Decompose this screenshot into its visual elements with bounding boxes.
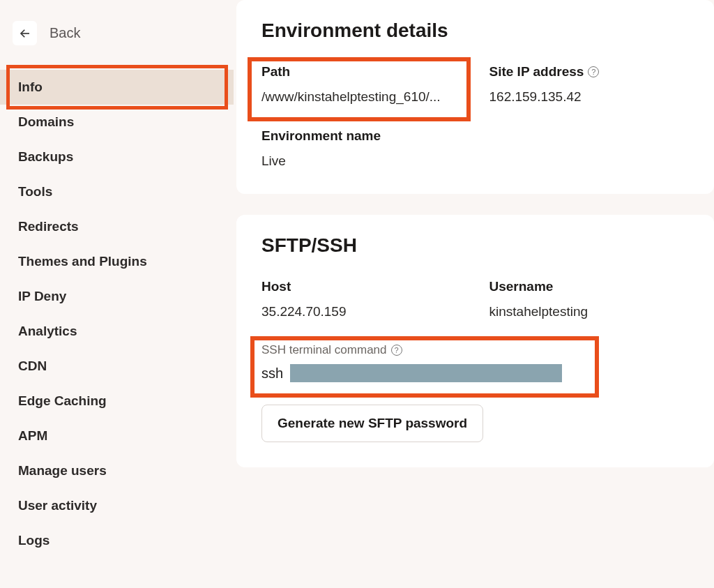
sidebar-item-domains[interactable]: Domains bbox=[0, 105, 234, 140]
sidebar-item-analytics[interactable]: Analytics bbox=[0, 314, 234, 349]
ip-label: Site IP address ? bbox=[489, 64, 690, 80]
username-label: Username bbox=[489, 279, 690, 294]
sidebar-item-label: User activity bbox=[18, 498, 97, 513]
env-row-1: Path /www/kinstahelptesting_610/... Site… bbox=[261, 64, 689, 105]
sidebar-item-tools[interactable]: Tools bbox=[0, 174, 234, 209]
sidebar-item-label: Edge Caching bbox=[18, 393, 107, 408]
sidebar-item-apm[interactable]: APM bbox=[0, 419, 234, 453]
sidebar-item-ip-deny[interactable]: IP Deny bbox=[0, 279, 234, 314]
ip-value: 162.159.135.42 bbox=[489, 89, 690, 105]
host-field: Host 35.224.70.159 bbox=[261, 279, 462, 319]
ssh-label-text: SSH terminal command bbox=[261, 343, 387, 357]
host-value: 35.224.70.159 bbox=[261, 304, 462, 319]
sidebar-item-label: Domains bbox=[18, 114, 74, 129]
username-value: kinstahelptesting bbox=[489, 304, 690, 319]
sidebar-item-label: Tools bbox=[18, 184, 52, 199]
main-content: Environment details Path /www/kinstahelp… bbox=[234, 0, 714, 588]
sidebar-item-label: IP Deny bbox=[18, 289, 66, 303]
arrow-left-icon bbox=[19, 27, 31, 40]
ssh-command-section: SSH terminal command ? ssh bbox=[261, 343, 689, 382]
ssh-redacted bbox=[290, 364, 562, 382]
sidebar-item-label: Analytics bbox=[18, 324, 77, 338]
nav-list: Info Domains Backups Tools Redirects The… bbox=[0, 70, 234, 558]
generate-sftp-password-button[interactable]: Generate new SFTP password bbox=[261, 405, 483, 442]
env-row-2: Environment name Live bbox=[261, 128, 689, 169]
ip-label-text: Site IP address bbox=[489, 64, 584, 80]
sidebar-item-label: Backups bbox=[18, 149, 73, 164]
sidebar-item-manage-users[interactable]: Manage users bbox=[0, 453, 234, 488]
env-name-value: Live bbox=[261, 153, 462, 169]
path-field: Path /www/kinstahelptesting_610/... bbox=[261, 64, 462, 105]
sidebar-item-label: Logs bbox=[18, 533, 50, 548]
sidebar-item-edge-caching[interactable]: Edge Caching bbox=[0, 384, 234, 419]
path-label: Path bbox=[261, 64, 462, 80]
sidebar-item-label: Themes and Plugins bbox=[18, 254, 147, 269]
ssh-command-label: SSH terminal command ? bbox=[261, 343, 689, 357]
host-label: Host bbox=[261, 279, 462, 294]
help-icon[interactable]: ? bbox=[391, 345, 402, 356]
sidebar-item-logs[interactable]: Logs bbox=[0, 523, 234, 558]
sidebar-item-label: Redirects bbox=[18, 219, 79, 234]
back-label: Back bbox=[50, 25, 80, 41]
back-button[interactable] bbox=[13, 21, 37, 45]
ssh-prefix: ssh bbox=[261, 365, 283, 382]
env-title: Environment details bbox=[261, 20, 689, 42]
sidebar-item-redirects[interactable]: Redirects bbox=[0, 209, 234, 244]
sftp-card: SFTP/SSH Host 35.224.70.159 Username kin… bbox=[236, 215, 714, 467]
sidebar-item-label: Manage users bbox=[18, 463, 107, 478]
sidebar-item-themes-plugins[interactable]: Themes and Plugins bbox=[0, 244, 234, 279]
sidebar-item-label: CDN bbox=[18, 359, 47, 373]
sftp-row-1: Host 35.224.70.159 Username kinstahelpte… bbox=[261, 279, 689, 319]
sidebar: Back Info Domains Backups Tools Redirect… bbox=[0, 0, 234, 588]
sidebar-item-cdn[interactable]: CDN bbox=[0, 349, 234, 384]
env-name-field: Environment name Live bbox=[261, 128, 462, 169]
help-icon[interactable]: ? bbox=[588, 66, 599, 77]
spacer bbox=[489, 128, 690, 169]
username-field: Username kinstahelptesting bbox=[489, 279, 690, 319]
environment-details-card: Environment details Path /www/kinstahelp… bbox=[236, 0, 714, 194]
sidebar-item-label: APM bbox=[18, 428, 47, 443]
sidebar-item-backups[interactable]: Backups bbox=[0, 140, 234, 174]
env-name-label: Environment name bbox=[261, 128, 462, 144]
ip-field: Site IP address ? 162.159.135.42 bbox=[489, 64, 690, 105]
back-row: Back bbox=[0, 21, 234, 45]
path-value: /www/kinstahelptesting_610/... bbox=[261, 89, 462, 105]
sidebar-item-user-activity[interactable]: User activity bbox=[0, 488, 234, 523]
sidebar-item-info[interactable]: Info bbox=[0, 70, 234, 105]
ssh-command-value: ssh bbox=[261, 364, 689, 382]
sidebar-item-label: Info bbox=[18, 80, 43, 94]
sftp-title: SFTP/SSH bbox=[261, 234, 689, 257]
